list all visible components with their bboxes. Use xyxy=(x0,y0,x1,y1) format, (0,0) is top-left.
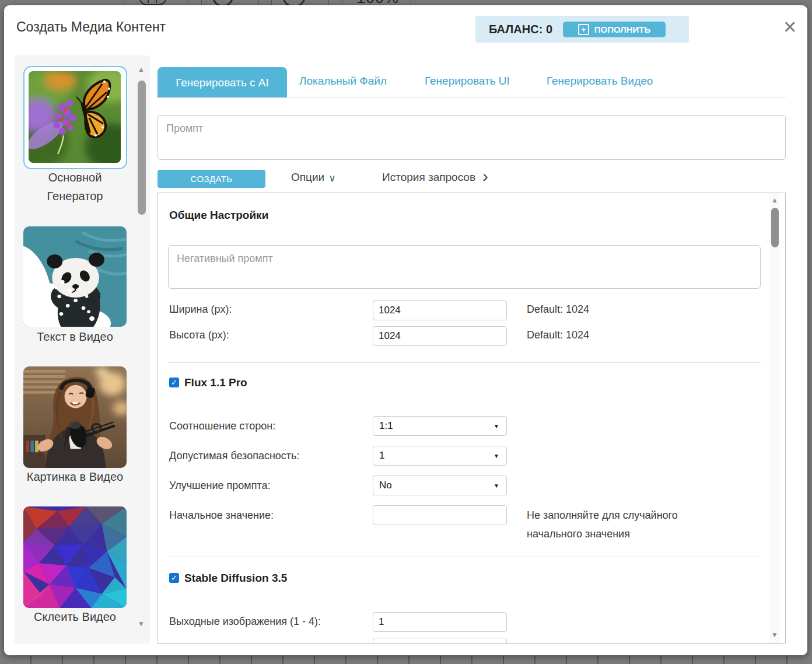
panel-scrollbar-thumb[interactable] xyxy=(771,208,779,247)
sidebar-item-label: Основной xyxy=(15,171,135,184)
chevron-down-icon: ∨ xyxy=(328,172,335,184)
prompt-enhance-label: Улучшение промпта: xyxy=(169,480,271,492)
output-images-input[interactable] xyxy=(373,612,507,632)
magnifier-icon xyxy=(282,0,306,5)
history-button[interactable]: История запросов › xyxy=(382,171,488,184)
flux-checkbox[interactable]: ✓ xyxy=(169,378,179,387)
section-divider xyxy=(168,362,761,363)
plus-icon: + xyxy=(578,24,589,35)
toolbar-separator xyxy=(201,0,202,5)
select-caret-icon: ▼ xyxy=(494,423,499,429)
thumbnail-selected-frame xyxy=(23,66,127,169)
prompt-input[interactable] xyxy=(158,115,786,160)
toolbar-separator xyxy=(411,0,411,5)
panel-scroll-up-icon[interactable]: ▲ xyxy=(769,196,780,204)
background-toolbar: 100% xyxy=(0,0,812,5)
safety-value: 1 xyxy=(379,450,494,462)
sidebar-scroll-down-icon[interactable]: ▼ xyxy=(136,620,146,628)
basket-icon xyxy=(139,0,166,5)
height-label: Высота (px): xyxy=(169,329,229,341)
topup-label: ПОПОЛНИТЬ xyxy=(594,25,651,34)
toolbar-separator xyxy=(271,0,272,5)
background-timeline xyxy=(0,656,812,664)
panel-scroll-track xyxy=(769,193,780,643)
sidebar-item-label: Склеить Видео xyxy=(15,610,135,624)
select-caret-icon: ▼ xyxy=(494,453,499,459)
sidebar-item-text-to-video[interactable]: Текст в Видео xyxy=(15,222,135,347)
tab-generate-video[interactable]: Генерировать Видео xyxy=(547,75,653,88)
clock-icon xyxy=(212,0,233,5)
section-divider xyxy=(168,557,761,557)
sd-title: Stable Diffusion 3.5 xyxy=(184,572,287,585)
sidebar-item-image-to-video[interactable]: Картинка в Видео xyxy=(15,362,135,487)
create-button[interactable]: СОЗДАТЬ xyxy=(158,170,265,188)
screen: 100% Создать Медиа Контент БАЛАНС: 0 + П… xyxy=(0,0,812,664)
width-label: Ширина (px): xyxy=(169,303,232,316)
balance-container: БАЛАНС: 0 + ПОПОЛНИТЬ xyxy=(475,16,689,43)
prompt-enhance-select[interactable]: No ▼ xyxy=(373,476,507,495)
seed-label: Начальное значение: xyxy=(169,509,274,522)
select-caret-icon: ▼ xyxy=(494,483,499,489)
toolbar-separator xyxy=(342,0,342,5)
sidebar-item-label: Текст в Видео xyxy=(15,330,135,344)
zoom-level-label: 100% xyxy=(356,0,399,5)
sidebar-item-merge-video[interactable]: Склеить Видео xyxy=(15,502,135,627)
toolbar-separator xyxy=(328,0,329,5)
steps-input[interactable] xyxy=(373,638,507,644)
toolbar-separator xyxy=(124,0,124,5)
sidebar-scrollbar-thumb[interactable] xyxy=(138,81,146,215)
width-default: Default: 1024 xyxy=(527,303,589,316)
chevron-right-icon: › xyxy=(482,170,488,182)
seed-hint-line2: начального значения xyxy=(527,528,630,540)
butterfly-thumbnail xyxy=(29,71,121,163)
sidebar-item-label: Картинка в Видео xyxy=(15,470,135,484)
seed-hint-line1: Не заполняйте для случайного xyxy=(527,509,678,522)
tab-local-file[interactable]: Локальный Файл xyxy=(299,75,387,88)
aspect-ratio-value: 1:1 xyxy=(379,420,494,432)
aspect-ratio-select[interactable]: 1:1 ▼ xyxy=(373,416,507,436)
tab-generate-ai[interactable]: Генерировать с AI xyxy=(158,67,287,98)
toolbar-separator xyxy=(188,0,188,5)
dialog-title: Создать Медиа Контент xyxy=(16,19,166,35)
close-icon[interactable]: × xyxy=(777,14,803,40)
output-images-label: Выходные изображения (1 - 4): xyxy=(169,616,321,628)
balance-label: БАЛАНС: 0 xyxy=(489,23,552,36)
options-label: Опции xyxy=(291,171,324,184)
sidebar-item-main-generator[interactable]: Основной Генератор xyxy=(15,61,135,207)
width-input[interactable] xyxy=(373,300,507,320)
safety-label: Допустимая безопасность: xyxy=(169,450,300,462)
history-label: История запросов xyxy=(382,171,475,184)
flux-title: Flux 1.1 Pro xyxy=(184,376,247,389)
topup-button[interactable]: + ПОПОЛНИТЬ xyxy=(563,22,666,37)
steps-default: Default: 25 xyxy=(527,641,578,644)
tabs-divider xyxy=(158,97,786,98)
sd-checkbox[interactable]: ✓ xyxy=(169,573,179,583)
panda-thumbnail xyxy=(23,226,127,327)
toolbar-separator xyxy=(258,0,259,5)
negative-prompt-input[interactable] xyxy=(168,245,761,289)
podcast-woman-thumbnail xyxy=(23,366,127,468)
polygon-thumbnail xyxy=(23,506,127,608)
sidebar-scroll-up-icon[interactable]: ▲ xyxy=(136,65,146,74)
options-dropdown[interactable]: Опции ∨ xyxy=(291,171,336,184)
settings-panel: Общие Настройки Ширина (px): Default: 10… xyxy=(158,193,786,644)
seed-input[interactable] xyxy=(373,505,507,525)
steps-label: Шаги: xyxy=(169,641,197,644)
height-default: Default: 1024 xyxy=(527,329,589,341)
tab-generate-ui[interactable]: Генерировать UI xyxy=(425,75,510,88)
height-input[interactable] xyxy=(373,326,507,346)
general-settings-heading: Общие Настройки xyxy=(169,209,268,222)
panel-scroll-down-icon[interactable]: ▼ xyxy=(769,631,780,639)
safety-select[interactable]: 1 ▼ xyxy=(373,446,507,466)
aspect-ratio-label: Соотношение сторон: xyxy=(169,420,275,432)
sidebar-item-label: Генератор xyxy=(15,190,135,203)
prompt-enhance-value: No xyxy=(379,480,494,491)
